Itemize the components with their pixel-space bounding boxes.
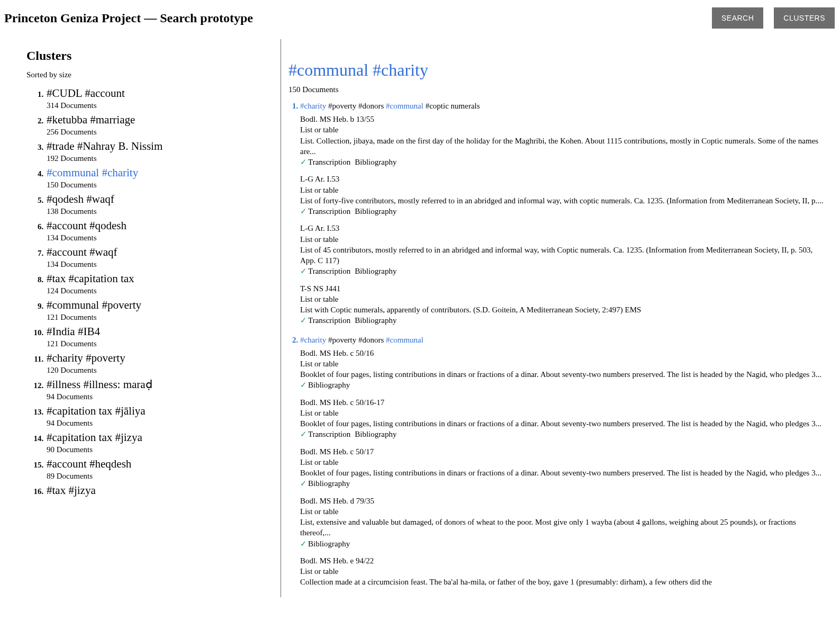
check-icon: ✓ <box>300 267 307 275</box>
document-entry: Bodl. MS Heb. b 13/55List or tableList. … <box>300 114 824 167</box>
doc-description: Booklet of four pages, listing contribut… <box>300 418 824 429</box>
cluster-count: 138 Documents <box>47 207 281 216</box>
cluster-link[interactable]: #capitation tax #jizya <box>47 431 281 444</box>
check-icon: ✓ <box>300 207 307 215</box>
cluster-item: #account #qodesh134 Documents <box>46 219 281 242</box>
detail-title: #communal #charity <box>288 60 824 80</box>
cluster-link[interactable]: #ketubba #marriage <box>47 113 281 127</box>
tag-link[interactable]: #charity <box>300 336 326 344</box>
cluster-count: 94 Documents <box>47 419 281 428</box>
clusters-button[interactable]: CLUSTERS <box>774 7 835 29</box>
cluster-link[interactable]: #CUDL #account <box>47 87 281 100</box>
doc-meta-item: Bibliography <box>355 316 396 325</box>
cluster-item: #trade #Nahray B. Nissim192 Documents <box>46 140 281 163</box>
cluster-link[interactable]: #tax #capitation tax <box>47 272 281 285</box>
doc-meta-item: Bibliography <box>308 479 350 488</box>
tag-link[interactable]: #charity <box>300 102 326 110</box>
cluster-item: #communal #charity150 Documents <box>46 166 281 190</box>
document-entry: Bodl. MS Heb. e 94/22List or tableCollec… <box>300 555 824 588</box>
doc-meta: ✓TranscriptionBibliography <box>300 206 824 217</box>
cluster-count: 134 Documents <box>47 233 281 242</box>
doc-description: Booklet of four pages, listing contribut… <box>300 468 824 478</box>
doc-type: List or table <box>300 294 824 304</box>
doc-type: List or table <box>300 234 824 245</box>
cluster-link[interactable]: #account #qodesh <box>47 219 281 232</box>
doc-description: List of forty-five contributors, mostly … <box>300 195 824 206</box>
doc-shelfmark: Bodl. MS Heb. b 13/55 <box>300 114 824 124</box>
doc-meta-item: Bibliography <box>308 381 350 389</box>
doc-shelfmark: Bodl. MS Heb. e 94/22 <box>300 555 824 566</box>
document-entry: Bodl. MS Heb. c 50/16-17List or tableBoo… <box>300 397 824 440</box>
tag-link[interactable]: #communal <box>386 102 423 110</box>
check-icon: ✓ <box>300 540 307 548</box>
tag-text: #poverty <box>328 102 356 110</box>
cluster-item: #communal #poverty121 Documents <box>46 299 281 322</box>
cluster-item: #account #waqf134 Documents <box>46 246 281 269</box>
doc-meta-item: Transcription <box>308 158 350 166</box>
doc-shelfmark: L-G Ar. I.53 <box>300 174 824 184</box>
cluster-count: 314 Documents <box>47 101 281 110</box>
doc-type: List or table <box>300 566 824 577</box>
cluster-count: 94 Documents <box>47 392 281 401</box>
doc-meta-item: Bibliography <box>308 540 350 548</box>
tag-text: #donors <box>358 336 384 344</box>
result-item: #charity #poverty #donors #communal #cop… <box>300 102 824 326</box>
doc-meta-item: Transcription <box>308 316 350 325</box>
doc-meta: ✓Bibliography <box>300 478 824 489</box>
doc-meta-item: Transcription <box>308 430 350 438</box>
cluster-count: 121 Documents <box>47 339 281 348</box>
doc-meta-item: Bibliography <box>355 267 396 275</box>
check-icon: ✓ <box>300 381 307 389</box>
doc-description: Collection made at a circumcision feast.… <box>300 577 824 587</box>
doc-type: List or table <box>300 358 824 369</box>
doc-shelfmark: Bodl. MS Heb. d 79/35 <box>300 496 824 506</box>
doc-meta-item: Bibliography <box>355 207 396 215</box>
document-entry: Bodl. MS Heb. c 50/16List or tableBookle… <box>300 348 824 391</box>
cluster-item: #capitation tax #jāliya94 Documents <box>46 405 281 428</box>
cluster-link[interactable]: #communal #poverty <box>47 299 281 312</box>
document-entry: L-G Ar. I.53List or tableList of forty-f… <box>300 174 824 217</box>
cluster-link[interactable]: #communal #charity <box>47 166 281 179</box>
cluster-item: #illness #illness: maraḍ94 Documents <box>46 378 281 401</box>
doc-shelfmark: L-G Ar. I.53 <box>300 223 824 233</box>
cluster-link[interactable]: #account #heqdesh <box>47 457 281 471</box>
document-entry: L-G Ar. I.53List or tableList of 45 cont… <box>300 223 824 276</box>
tag-link[interactable]: #communal <box>386 336 423 344</box>
result-item: #charity #poverty #donors #communal Bodl… <box>300 336 824 588</box>
tag-text: #coptic numerals <box>426 102 480 110</box>
cluster-link[interactable]: #trade #Nahray B. Nissim <box>47 140 281 153</box>
cluster-item: #India #IB4121 Documents <box>46 325 281 348</box>
doc-meta-item: Bibliography <box>355 158 396 166</box>
page-title: Princeton Geniza Project — Search protot… <box>4 11 253 25</box>
cluster-item: #qodesh #waqf138 Documents <box>46 193 281 216</box>
doc-type: List or table <box>300 506 824 517</box>
check-icon: ✓ <box>300 479 307 488</box>
cluster-link[interactable]: #account #waqf <box>47 246 281 259</box>
doc-description: List, extensive and valuable but damaged… <box>300 517 824 538</box>
cluster-link[interactable]: #illness #illness: maraḍ <box>47 378 281 391</box>
doc-description: List. Collection, jibaya, made on the fi… <box>300 136 824 157</box>
doc-type: List or table <box>300 124 824 135</box>
doc-meta: ✓TranscriptionBibliography <box>300 157 824 167</box>
doc-meta: ✓TranscriptionBibliography <box>300 429 824 439</box>
cluster-count: 90 Documents <box>47 445 281 454</box>
cluster-item: #tax #capitation tax124 Documents <box>46 272 281 295</box>
clusters-heading: Clusters <box>26 49 281 63</box>
cluster-item: #tax #jizya <box>46 484 281 497</box>
search-button[interactable]: SEARCH <box>712 7 763 29</box>
cluster-link[interactable]: #India #IB4 <box>47 325 281 338</box>
cluster-link[interactable]: #tax #jizya <box>47 484 281 497</box>
detail-count: 150 Documents <box>288 85 824 94</box>
doc-meta: ✓TranscriptionBibliography <box>300 315 824 326</box>
result-tags: #charity #poverty #donors #communal #cop… <box>300 102 480 110</box>
cluster-count: 150 Documents <box>47 181 281 190</box>
doc-meta: ✓TranscriptionBibliography <box>300 266 824 276</box>
cluster-count: 120 Documents <box>47 366 281 375</box>
cluster-link[interactable]: #charity #poverty <box>47 352 281 365</box>
document-entry: T-S NS J441List or tableList with Coptic… <box>300 283 824 326</box>
cluster-link[interactable]: #qodesh #waqf <box>47 193 281 206</box>
check-icon: ✓ <box>300 430 307 438</box>
cluster-item: #account #heqdesh89 Documents <box>46 457 281 481</box>
doc-shelfmark: Bodl. MS Heb. c 50/16-17 <box>300 397 824 408</box>
cluster-link[interactable]: #capitation tax #jāliya <box>47 405 281 418</box>
